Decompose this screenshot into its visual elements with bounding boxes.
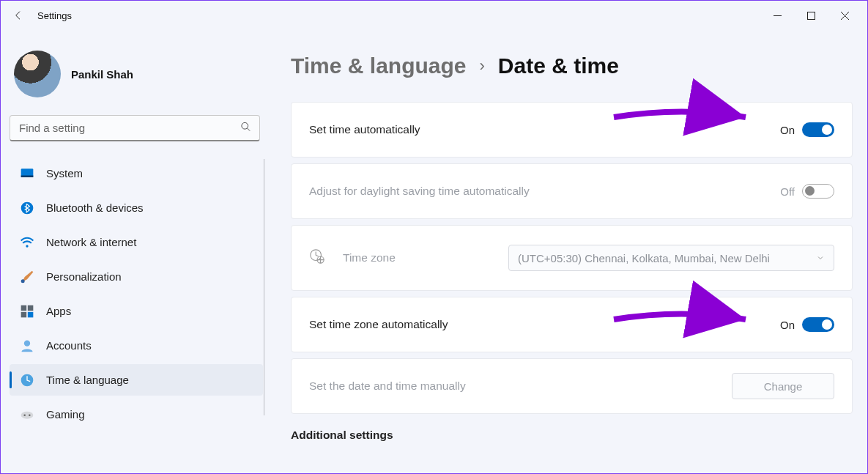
sidebar-item-personalization[interactable]: Personalization	[10, 261, 263, 292]
sidebar-item-system[interactable]: System	[10, 158, 263, 189]
nav-divider	[264, 159, 264, 415]
toggle-dst-auto	[802, 184, 834, 199]
svg-rect-0	[807, 12, 815, 19]
setting-set-tz-auto: Set time zone automatically On	[291, 297, 853, 352]
toggle-state-text: Off	[780, 185, 795, 198]
system-icon	[20, 166, 34, 181]
sidebar-item-label: Gaming	[46, 408, 85, 421]
change-button-label: Change	[764, 380, 803, 393]
svg-point-6	[21, 279, 25, 283]
apps-icon	[20, 304, 34, 319]
timezone-select[interactable]: (UTC+05:30) Chennai, Kolkata, Mumbai, Ne…	[508, 245, 834, 271]
sidebar-item-apps[interactable]: Apps	[10, 295, 263, 327]
setting-label: Time zone	[343, 251, 396, 264]
svg-point-1	[242, 122, 248, 129]
toggle-state-text: On	[780, 319, 795, 331]
svg-point-13	[21, 411, 34, 418]
close-button[interactable]	[828, 4, 861, 27]
svg-rect-8	[28, 305, 34, 311]
breadcrumb-parent[interactable]: Time & language	[291, 53, 467, 78]
svg-point-11	[24, 340, 30, 346]
setting-label: Set time automatically	[309, 123, 420, 136]
sidebar-item-network[interactable]: Network & internet	[10, 226, 263, 258]
sidebar-item-label: Time & language	[46, 374, 129, 386]
setting-label: Set time zone automatically	[309, 318, 448, 331]
svg-rect-7	[21, 305, 27, 311]
sidebar-item-gaming[interactable]: Gaming	[10, 399, 263, 430]
svg-rect-3	[21, 175, 34, 177]
setting-label: Adjust for daylight saving time automati…	[309, 185, 530, 198]
svg-point-5	[26, 245, 28, 247]
svg-rect-9	[21, 311, 27, 317]
toggle-set-tz-auto[interactable]	[802, 317, 834, 332]
breadcrumb: Time & language › Date & time	[291, 53, 853, 78]
sidebar-item-label: Network & internet	[46, 236, 136, 248]
sidebar-item-label: Bluetooth & devices	[46, 201, 144, 214]
page-title: Date & time	[498, 53, 619, 78]
clock-globe-icon	[20, 373, 34, 388]
chevron-right-icon: ›	[480, 56, 485, 75]
setting-timezone: Time zone (UTC+05:30) Chennai, Kolkata, …	[291, 225, 853, 291]
sidebar-item-label: System	[46, 167, 83, 179]
toggle-state-text: On	[780, 124, 795, 136]
sidebar-item-bluetooth[interactable]: Bluetooth & devices	[10, 192, 263, 223]
chevron-down-icon	[816, 252, 825, 264]
change-button[interactable]: Change	[732, 373, 834, 399]
search-input[interactable]	[10, 115, 260, 141]
person-icon	[20, 338, 34, 353]
setting-set-time-auto: Set time automatically On	[291, 102, 853, 158]
svg-point-14	[23, 414, 26, 416]
back-button[interactable]	[7, 4, 30, 27]
svg-rect-10	[28, 311, 34, 317]
sidebar-item-time-language[interactable]: Time & language	[10, 364, 263, 396]
gamepad-icon	[20, 407, 34, 422]
timezone-icon	[309, 248, 325, 267]
profile-name[interactable]: Pankil Shah	[71, 68, 133, 81]
maximize-button[interactable]	[794, 4, 828, 27]
search-icon	[240, 122, 251, 136]
svg-point-15	[29, 414, 31, 416]
brush-icon	[20, 270, 34, 284]
setting-label: Set the date and time manually	[309, 379, 466, 393]
app-title: Settings	[37, 10, 72, 21]
sidebar-item-accounts[interactable]: Accounts	[10, 330, 263, 361]
setting-dst-auto: Adjust for daylight saving time automati…	[291, 163, 853, 219]
bluetooth-icon	[20, 201, 34, 215]
timezone-value: (UTC+05:30) Chennai, Kolkata, Mumbai, Ne…	[518, 252, 770, 264]
wifi-icon	[20, 235, 34, 250]
section-additional-settings: Additional settings	[291, 429, 853, 442]
minimize-button[interactable]	[760, 4, 794, 27]
sidebar-item-label: Accounts	[46, 339, 92, 352]
toggle-set-time-auto[interactable]	[802, 122, 834, 137]
setting-manual-datetime: Set the date and time manually Change	[291, 358, 853, 414]
sidebar-item-label: Personalization	[46, 270, 122, 283]
sidebar-item-label: Apps	[46, 305, 71, 317]
avatar[interactable]	[14, 51, 61, 97]
